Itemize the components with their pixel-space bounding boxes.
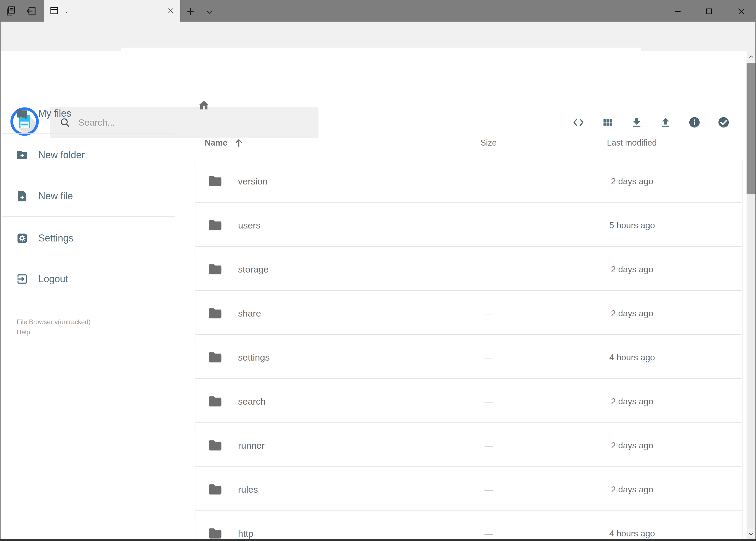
info-circle-icon [688, 116, 701, 129]
browser-window: . [0, 0, 756, 541]
window-border-left [0, 22, 1, 541]
tabs-set-aside-list-button[interactable] [5, 5, 17, 17]
chevron-down-icon [205, 7, 214, 16]
sidebar-item-label: New folder [38, 149, 85, 161]
logout-icon [16, 272, 29, 285]
sidebar-item-logout[interactable]: Logout [0, 270, 186, 288]
tab-close-button[interactable] [165, 5, 176, 17]
file-row[interactable]: share — 2 days ago [195, 292, 743, 335]
browser-tab[interactable]: . [44, 0, 180, 22]
folder-icon [207, 350, 223, 365]
maximize-icon [704, 7, 714, 16]
grid-view-button[interactable] [599, 114, 617, 131]
folder-icon [207, 174, 223, 189]
check-circle-icon [717, 116, 730, 129]
file-modified: 2 days ago [588, 424, 677, 466]
column-header-label: Size [480, 138, 497, 148]
file-size: — [467, 336, 510, 378]
file-row[interactable]: runner — 2 days ago [195, 424, 743, 467]
tab-title: . [65, 7, 165, 15]
folder-icon [207, 306, 223, 321]
download-button[interactable] [628, 114, 645, 131]
page-favicon-icon [49, 6, 59, 16]
sidebar-item-new-file[interactable]: New file [0, 187, 186, 205]
sidebar-divider [2, 216, 175, 217]
window-border-bottom [0, 539, 756, 541]
close-icon [737, 6, 746, 16]
upload-icon [659, 116, 672, 129]
set-tabs-aside-button[interactable] [25, 5, 37, 17]
file-size: — [467, 248, 510, 290]
grid-view-icon [602, 116, 614, 128]
file-name: users [238, 204, 260, 246]
chevron-down-icon [748, 530, 755, 537]
window-maximize-button[interactable] [703, 5, 715, 17]
sidebar: My files New folder New file Settings [0, 84, 186, 539]
folder-icon [207, 482, 223, 497]
breadcrumb-home-button[interactable] [197, 98, 211, 112]
file-name: storage [238, 248, 269, 290]
app-version-text: File Browser v(untracked) [17, 318, 91, 326]
new-file-icon [16, 190, 29, 203]
sidebar-item-label: Settings [38, 233, 74, 244]
file-name: runner [238, 424, 265, 466]
column-header-label: Name [205, 138, 227, 148]
browser-toolbar: filebrowser.web/files/ [0, 22, 756, 51]
window-minimize-button[interactable] [672, 5, 684, 17]
file-row[interactable]: users — 5 hours ago [195, 204, 743, 247]
file-size: — [467, 468, 510, 510]
stacked-pages-icon [5, 5, 16, 17]
chevron-up-icon [748, 53, 755, 60]
sidebar-item-label: My files [38, 108, 71, 119]
sidebar-item-new-folder[interactable]: New folder [0, 146, 186, 164]
sidebar-item-settings[interactable]: Settings [0, 229, 186, 247]
window-close-button[interactable] [735, 5, 747, 17]
file-name: settings [238, 336, 270, 378]
download-icon [630, 116, 643, 129]
file-name: search [238, 380, 266, 422]
window-arrow-left-icon [26, 5, 37, 17]
file-name: rules [238, 468, 258, 510]
upload-button[interactable] [657, 114, 674, 131]
breadcrumb-divider [195, 126, 744, 126]
file-modified: 2 days ago [588, 248, 677, 290]
file-size: — [467, 512, 510, 541]
scrollbar-thumb[interactable] [747, 63, 756, 194]
settings-gear-icon [16, 232, 29, 245]
file-row[interactable]: storage — 2 days ago [195, 248, 743, 290]
folder-icon [207, 218, 223, 233]
column-header-name[interactable]: Name [205, 136, 245, 150]
sidebar-item-label: New file [38, 191, 73, 202]
app-header [0, 51, 756, 84]
file-row[interactable]: search — 2 days ago [195, 380, 743, 423]
scroll-down-button[interactable] [747, 529, 756, 539]
file-name: version [238, 160, 268, 202]
new-tab-button[interactable] [185, 5, 196, 17]
column-header-modified[interactable]: Last modified [587, 136, 676, 150]
toggle-raw-view-button[interactable] [570, 114, 587, 131]
file-name: http [238, 512, 253, 541]
tab-preview-toggle[interactable] [204, 6, 215, 17]
file-size: — [467, 292, 510, 334]
column-header-size[interactable]: Size [467, 136, 510, 150]
minimize-icon [673, 7, 682, 16]
folder-icon [16, 107, 29, 120]
sort-ascending-icon [233, 137, 245, 149]
select-multiple-button[interactable] [715, 114, 732, 131]
scroll-up-button[interactable] [747, 51, 756, 62]
file-row[interactable]: http — 4 hours ago [195, 512, 743, 541]
file-row[interactable]: rules — 2 days ago [195, 468, 743, 511]
file-modified: 2 days ago [588, 468, 677, 510]
sidebar-item-my-files[interactable]: My files [0, 105, 186, 122]
breadcrumb-home-icon [197, 99, 210, 112]
file-modified: 2 days ago [588, 380, 677, 422]
new-folder-icon [16, 149, 29, 162]
file-modified: 2 days ago [588, 292, 677, 334]
file-info-button[interactable] [686, 114, 703, 131]
help-link[interactable]: Help [17, 328, 30, 336]
file-row[interactable]: settings — 4 hours ago [195, 336, 743, 379]
file-row[interactable]: version — 2 days ago [195, 160, 743, 203]
folder-icon [207, 262, 223, 277]
file-size: — [467, 160, 510, 202]
folder-icon [207, 394, 223, 409]
